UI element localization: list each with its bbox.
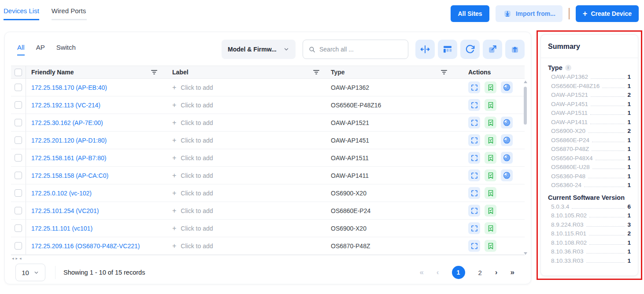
device-name-link[interactable]: 172.25.201.120 (AP-D1:80) bbox=[31, 137, 107, 144]
filter-icon[interactable] bbox=[151, 70, 157, 74]
info-icon[interactable]: ! bbox=[565, 65, 571, 71]
page-size-select[interactable]: 10 bbox=[15, 264, 45, 281]
scroll-left-arrow[interactable]: ◂ bbox=[19, 256, 22, 261]
row-checkbox[interactable] bbox=[15, 242, 22, 250]
table-footer: 10 Showing 1 - 10 of 15 records « ‹ 1 2 … bbox=[11, 261, 525, 281]
page-2-button[interactable]: 2 bbox=[478, 269, 482, 276]
wireless-swirl-action-button[interactable] bbox=[501, 134, 513, 146]
expand-action-button[interactable] bbox=[468, 117, 480, 129]
label-click-to-add[interactable]: + Click to add bbox=[172, 136, 213, 144]
bookmark-check-action-button[interactable] bbox=[485, 152, 496, 164]
label-click-to-add[interactable]: + Click to add bbox=[172, 84, 213, 92]
bookmark-check-action-button[interactable] bbox=[485, 134, 496, 146]
summary-title: Summary bbox=[548, 43, 631, 51]
bookmark-check-action-button[interactable] bbox=[485, 81, 496, 93]
row-checkbox[interactable] bbox=[15, 154, 22, 162]
expand-action-button[interactable] bbox=[468, 99, 480, 111]
scroll-right-arrow[interactable]: ▸ bbox=[16, 256, 18, 261]
row-checkbox[interactable] bbox=[15, 189, 22, 197]
device-name-link[interactable]: 172.25.30.162 (AP-7E:00) bbox=[31, 119, 103, 126]
last-page-button[interactable]: » bbox=[511, 268, 514, 277]
select-all-checkbox[interactable] bbox=[15, 69, 22, 76]
wireless-swirl-action-button[interactable] bbox=[501, 152, 513, 164]
expand-action-button[interactable] bbox=[468, 134, 480, 146]
row-checkbox[interactable] bbox=[15, 136, 22, 144]
vertical-scrollbar[interactable] bbox=[524, 81, 527, 255]
device-name-link[interactable]: 172.25.209.116 (OS6870-P48Z-VC221) bbox=[31, 243, 140, 250]
columns-button[interactable] bbox=[438, 40, 457, 59]
label-click-to-add[interactable]: + Click to add bbox=[172, 224, 213, 232]
bookmark-check-action-button[interactable] bbox=[485, 205, 496, 217]
bookmark-check-action-button[interactable] bbox=[485, 117, 496, 129]
device-name-link[interactable]: 172.25.0.102 (vc-102) bbox=[31, 190, 92, 197]
row-checkbox[interactable] bbox=[15, 207, 22, 214]
row-checkbox[interactable] bbox=[15, 84, 22, 91]
device-name-link[interactable]: 172.25.11.101 (vc101) bbox=[31, 225, 93, 232]
expand-action-button[interactable] bbox=[468, 169, 480, 181]
scrollbar-thumb[interactable] bbox=[524, 87, 527, 125]
export-button[interactable] bbox=[483, 40, 502, 59]
filter-icon[interactable] bbox=[441, 70, 447, 74]
page-1-button[interactable]: 1 bbox=[452, 266, 465, 279]
plus-icon: + bbox=[172, 101, 176, 109]
bookmark-check-action-button[interactable] bbox=[485, 169, 496, 181]
first-page-button[interactable]: « bbox=[419, 268, 423, 277]
fit-columns-button[interactable] bbox=[415, 40, 435, 59]
label-click-to-add[interactable]: + Click to add bbox=[172, 172, 213, 180]
next-page-button[interactable]: › bbox=[495, 268, 497, 277]
upload-button[interactable] bbox=[505, 40, 525, 59]
scroll-up-arrow[interactable] bbox=[524, 81, 527, 83]
label-click-to-add[interactable]: + Click to add bbox=[172, 242, 213, 250]
expand-action-button[interactable] bbox=[468, 152, 480, 164]
row-checkbox[interactable] bbox=[15, 224, 22, 232]
expand-action-button[interactable] bbox=[468, 205, 480, 217]
bookmark-check-action-button[interactable] bbox=[485, 240, 496, 252]
label-click-to-add[interactable]: + Click to add bbox=[172, 154, 213, 162]
row-checkbox[interactable] bbox=[15, 172, 22, 179]
expand-action-button[interactable] bbox=[468, 81, 480, 93]
previous-page-button[interactable]: ‹ bbox=[437, 268, 439, 277]
tab-ap[interactable]: AP bbox=[36, 44, 45, 55]
row-checkbox[interactable] bbox=[15, 119, 22, 126]
bookmark-check-action-button[interactable] bbox=[485, 187, 496, 199]
label-click-to-add[interactable]: + Click to add bbox=[172, 101, 213, 109]
summary-item: 5.0.3.4 6 bbox=[548, 203, 631, 213]
page-size-value: 10 bbox=[22, 269, 29, 276]
tab-devices-list[interactable]: Devices List bbox=[4, 7, 39, 20]
label-click-to-add[interactable]: + Click to add bbox=[172, 119, 213, 127]
expand-action-button[interactable] bbox=[468, 187, 480, 199]
bookmark-check-action-button[interactable] bbox=[485, 222, 496, 234]
bookmark-check-action-button[interactable] bbox=[485, 99, 496, 111]
create-device-button[interactable]: + Create Device bbox=[576, 5, 639, 22]
all-sites-button[interactable]: All Sites bbox=[451, 5, 489, 22]
filter-icon[interactable] bbox=[313, 70, 319, 74]
device-name-link[interactable]: 172.25.192.113 (VC-214) bbox=[31, 102, 100, 109]
row-checkbox[interactable] bbox=[15, 101, 22, 109]
dotted-leader bbox=[572, 208, 625, 209]
tab-switch[interactable]: Switch bbox=[56, 44, 76, 55]
top-actions: All Sites Import from... + Create Device bbox=[451, 5, 639, 22]
device-name-link[interactable]: 172.25.158.158 (AP-CA:C0) bbox=[31, 172, 108, 179]
import-from-button[interactable]: Import from... bbox=[496, 5, 563, 22]
device-name-link[interactable]: 172.25.101.254 (VC201) bbox=[31, 207, 99, 214]
scroll-down-arrow[interactable] bbox=[524, 252, 527, 255]
model-firmware-dropdown[interactable]: Model & Firmw... bbox=[222, 40, 296, 59]
refresh-button[interactable] bbox=[460, 40, 480, 59]
device-name-link[interactable]: 172.25.158.161 (AP-B7:80) bbox=[31, 154, 106, 162]
dropdown-value: Model & Firmw... bbox=[228, 46, 277, 53]
expand-action-button[interactable] bbox=[468, 240, 480, 252]
summary-item: 8.10.36.R03 1 bbox=[548, 248, 631, 257]
label-click-to-add[interactable]: + Click to add bbox=[172, 189, 213, 197]
expand-action-button[interactable] bbox=[468, 222, 480, 234]
horizontal-scrollbar[interactable]: ◂ ▸ ◂ bbox=[11, 255, 525, 261]
tab-wired-ports[interactable]: Wired Ports bbox=[52, 7, 87, 20]
wireless-swirl-action-button[interactable] bbox=[501, 81, 513, 93]
tab-all[interactable]: All bbox=[17, 44, 25, 55]
wireless-swirl-action-button[interactable] bbox=[501, 117, 513, 129]
wireless-swirl-action-button[interactable] bbox=[501, 169, 513, 181]
scroll-left-arrow[interactable]: ◂ bbox=[12, 256, 14, 261]
label-click-to-add[interactable]: + Click to add bbox=[172, 207, 213, 215]
bookmark-check-icon bbox=[487, 84, 495, 92]
search-input[interactable] bbox=[319, 46, 403, 53]
device-name-link[interactable]: 172.25.158.170 (AP-EB:40) bbox=[31, 84, 107, 91]
